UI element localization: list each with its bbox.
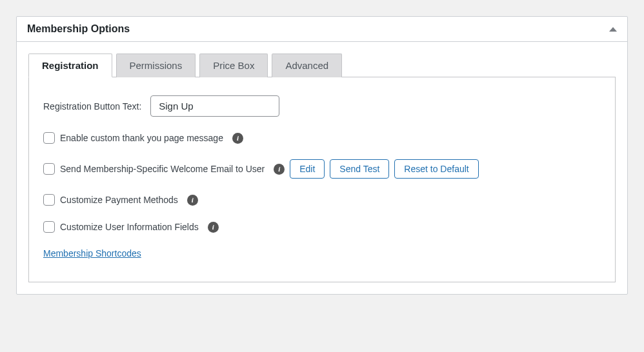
registration-button-text-input[interactable] <box>150 95 279 117</box>
payment-methods-label: Customize Payment Methods <box>60 195 178 205</box>
shortcodes-link-row: Membership Shortcodes <box>43 248 601 259</box>
thank-you-checkbox[interactable] <box>43 132 55 144</box>
edit-button[interactable]: Edit <box>290 159 325 179</box>
info-icon[interactable]: i <box>232 133 243 144</box>
welcome-email-checkbox[interactable] <box>43 163 55 175</box>
panel-header[interactable]: Membership Options <box>17 17 627 42</box>
user-fields-row: Customize User Information Fields i <box>43 221 601 233</box>
payment-methods-checkbox[interactable] <box>43 194 55 206</box>
user-fields-label: Customize User Information Fields <box>60 222 199 232</box>
thank-you-label: Enable custom thank you page message <box>60 133 223 143</box>
tab-price-box[interactable]: Price Box <box>199 54 268 77</box>
welcome-email-row: Send Membership-Specific Welcome Email t… <box>43 159 601 179</box>
info-icon[interactable]: i <box>187 195 198 206</box>
tab-advanced[interactable]: Advanced <box>272 54 342 77</box>
panel-title: Membership Options <box>27 23 130 35</box>
user-fields-checkbox[interactable] <box>43 221 55 233</box>
tab-registration[interactable]: Registration <box>28 54 112 77</box>
tabs: Registration Permissions Price Box Advan… <box>28 54 616 77</box>
payment-methods-row: Customize Payment Methods i <box>43 194 601 206</box>
registration-button-text-label: Registration Button Text: <box>43 101 141 112</box>
send-test-button[interactable]: Send Test <box>330 159 389 179</box>
membership-shortcodes-link[interactable]: Membership Shortcodes <box>43 248 141 259</box>
panel-body: Registration Permissions Price Box Advan… <box>17 42 627 294</box>
thank-you-row: Enable custom thank you page message i <box>43 132 601 144</box>
tab-permissions[interactable]: Permissions <box>116 54 196 77</box>
welcome-email-buttons: Edit Send Test Reset to Default <box>290 159 479 179</box>
registration-button-text-row: Registration Button Text: <box>43 95 601 117</box>
reset-default-button[interactable]: Reset to Default <box>394 159 478 179</box>
membership-options-panel: Membership Options Registration Permissi… <box>16 16 628 295</box>
info-icon[interactable]: i <box>274 164 285 175</box>
welcome-email-label: Send Membership-Specific Welcome Email t… <box>60 164 265 174</box>
caret-up-icon <box>609 27 617 32</box>
tab-content-registration: Registration Button Text: Enable custom … <box>28 77 616 282</box>
info-icon[interactable]: i <box>208 222 219 233</box>
